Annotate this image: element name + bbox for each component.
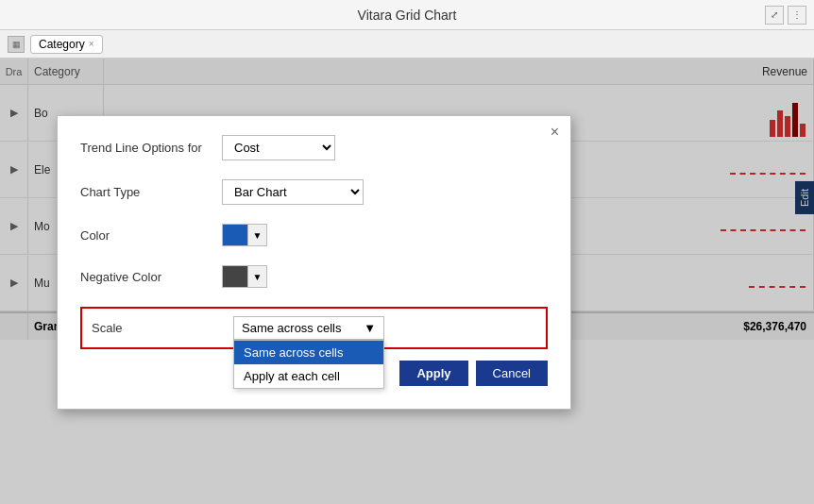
- negative-color-row: Negative Color ▼: [80, 265, 548, 288]
- tab-bar: ▦ Category ×: [0, 30, 814, 59]
- negative-color-label: Negative Color: [80, 270, 222, 284]
- color-row: Color ▼: [80, 224, 548, 246]
- chart-type-label: Chart Type: [80, 185, 222, 199]
- window-title: Vitara Grid Chart: [358, 8, 457, 23]
- scale-option-each[interactable]: Apply at each cell: [234, 364, 383, 388]
- chart-type-dropdown[interactable]: Bar Chart Line Chart Area Chart: [222, 179, 364, 205]
- trend-line-header-row: Trend Line Options for Cost Revenue: [80, 135, 548, 160]
- scale-inner: Scale Same across cells ▼ Same across ce…: [92, 316, 536, 340]
- modal-close-button[interactable]: ×: [551, 124, 559, 141]
- chart-type-row: Chart Type Bar Chart Line Chart Area Cha…: [80, 179, 548, 205]
- scale-selected-value: Same across cells: [242, 321, 341, 335]
- trend-line-label: Trend Line Options for: [80, 141, 222, 155]
- scale-dropdown-arrow: ▼: [364, 321, 376, 335]
- title-bar-icons: ⤢ ⋮: [765, 6, 806, 25]
- scale-dropdown-menu: Same across cells Apply at each cell: [233, 340, 384, 389]
- category-tab[interactable]: Category ×: [30, 35, 103, 54]
- scale-label: Scale: [92, 321, 233, 335]
- scale-row: Scale Same across cells ▼ Same across ce…: [80, 307, 548, 349]
- color-picker-container: ▼: [222, 224, 548, 246]
- trend-line-options-modal: × Trend Line Options for Cost Revenue Ch…: [57, 115, 571, 410]
- for-dropdown[interactable]: Cost Revenue: [222, 135, 335, 160]
- color-swatch[interactable]: [222, 224, 248, 246]
- scale-select-button[interactable]: Same across cells ▼: [233, 316, 384, 340]
- tab-label: Category: [39, 38, 85, 51]
- for-dropdown-container: Cost Revenue: [222, 135, 548, 160]
- cancel-button[interactable]: Cancel: [476, 361, 548, 386]
- negative-color-swatch[interactable]: [222, 265, 248, 288]
- tab-close-icon[interactable]: ×: [89, 39, 94, 49]
- apply-button[interactable]: Apply: [399, 361, 467, 386]
- expand-icon[interactable]: ⤢: [765, 6, 784, 25]
- grid-icon: ▦: [8, 36, 25, 53]
- scale-dropdown-container: Same across cells ▼ Same across cells Ap…: [233, 316, 384, 340]
- chart-type-dropdown-container: Bar Chart Line Chart Area Chart: [222, 179, 548, 205]
- main-area: Dra Category Revenue ▶ Bo ▶ Ele: [0, 59, 814, 504]
- negative-color-picker-container: ▼: [222, 265, 548, 288]
- scale-option-same[interactable]: Same across cells: [234, 341, 383, 364]
- title-bar: Vitara Grid Chart ⤢ ⋮: [0, 0, 814, 30]
- color-dropdown-button[interactable]: ▼: [248, 224, 267, 246]
- color-label: Color: [80, 228, 222, 243]
- negative-color-dropdown-button[interactable]: ▼: [248, 265, 267, 288]
- menu-icon[interactable]: ⋮: [788, 6, 806, 25]
